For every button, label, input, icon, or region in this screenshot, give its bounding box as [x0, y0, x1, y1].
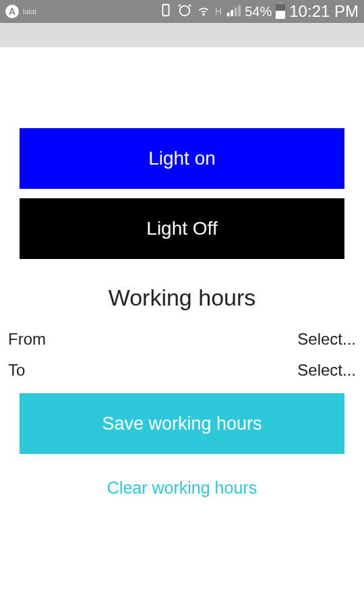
save-label: Save working hours	[102, 413, 262, 434]
working-hours-title: Working hours	[5, 285, 359, 311]
svg-point-1	[180, 5, 190, 16]
main-content: Light on Light Off Working hours From Se…	[0, 47, 364, 498]
vibrate-icon	[158, 3, 173, 21]
light-off-button[interactable]: Light Off	[20, 198, 344, 259]
svg-rect-5	[235, 7, 237, 16]
wifi-icon	[196, 3, 211, 21]
light-off-label: Light Off	[146, 218, 217, 239]
carrier-text: lalat	[23, 7, 36, 16]
light-on-label: Light on	[148, 148, 216, 169]
status-right: H 54% 10:21 PM	[158, 2, 359, 21]
from-label: From	[8, 330, 46, 349]
clear-link[interactable]: Clear working hours	[5, 478, 359, 498]
clock-time: 10:21 PM	[289, 2, 359, 21]
action-bar	[0, 23, 364, 47]
signal-icon	[226, 3, 241, 21]
light-on-button[interactable]: Light on	[20, 128, 344, 189]
svg-rect-6	[239, 5, 241, 16]
to-time-row: To Select...	[5, 361, 359, 380]
svg-rect-4	[231, 10, 234, 16]
clear-label: Clear working hours	[107, 478, 257, 497]
battery-icon	[276, 4, 285, 19]
svg-rect-3	[227, 12, 230, 16]
network-type: H	[215, 6, 222, 17]
svg-point-2	[203, 13, 204, 15]
battery-percent: 54%	[245, 4, 272, 20]
save-button[interactable]: Save working hours	[20, 393, 344, 454]
alarm-icon	[177, 3, 192, 21]
app-icon: A	[5, 5, 19, 18]
from-time-row: From Select...	[5, 330, 359, 349]
status-bar: A lalat H 54% 10:21 PM	[0, 0, 364, 23]
status-left: A lalat	[5, 5, 36, 18]
from-time-select[interactable]: Select...	[297, 330, 356, 349]
to-label: To	[8, 361, 25, 380]
svg-rect-0	[163, 4, 169, 16]
to-time-select[interactable]: Select...	[297, 361, 356, 380]
